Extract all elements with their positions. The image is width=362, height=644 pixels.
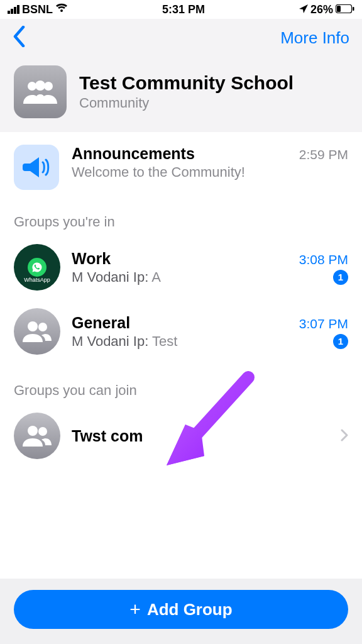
svg-rect-2 [353,7,354,11]
svg-rect-1 [337,6,341,12]
group-time: 3:08 PM [299,252,348,267]
unread-badge: 1 [333,334,348,349]
avatar-caption: WhatsApp [24,277,50,283]
battery-pct: 26% [310,3,333,16]
announcements-row[interactable]: Announcements 2:59 PM Welcome to the Com… [0,132,362,195]
group-row-twst[interactable]: Twst com [0,404,362,468]
status-right: 26% [299,3,354,16]
community-avatar [14,65,67,118]
signal-icon [8,5,19,14]
group-avatar-work: WhatsApp [14,244,60,291]
back-button[interactable] [13,26,25,50]
section-groups-in: Groups you're in [0,195,362,235]
announcements-message: Welcome to the Community! [72,164,348,180]
chevron-right-icon [341,429,348,445]
svg-point-6 [28,321,38,331]
svg-point-4 [35,80,45,91]
wifi-icon [55,3,68,16]
group-row-work[interactable]: WhatsApp Work 3:08 PM M Vodani Ip: A 1 [0,235,362,299]
announcements-title: Announcements [72,145,195,163]
group-time: 3:07 PM [299,316,348,331]
svg-point-8 [28,426,38,436]
group-row-general[interactable]: General 3:07 PM M Vodani Ip: Test 1 [0,299,362,364]
svg-point-9 [38,427,47,436]
megaphone-icon [14,145,59,190]
group-message: M Vodani Ip: Test [72,333,177,350]
more-info-button[interactable]: More Info [280,28,349,48]
community-header[interactable]: Test Community School Community [0,57,362,132]
svg-point-5 [44,82,53,91]
add-group-label: Add Group [147,600,233,619]
status-time: 5:31 PM [162,3,205,16]
carrier-label: BSNL [22,3,53,16]
location-icon [299,3,308,16]
group-avatar-twst [14,413,60,459]
bottom-bar: + Add Group [0,579,362,644]
status-left: BSNL [8,3,68,16]
svg-point-3 [28,82,36,91]
status-bar: BSNL 5:31 PM 26% [0,0,362,19]
group-name: General [72,314,130,332]
add-group-button[interactable]: + Add Group [14,590,348,629]
battery-icon [336,3,354,16]
group-avatar-general [14,308,60,355]
group-name: Work [72,250,111,268]
announcements-time: 2:59 PM [299,147,348,162]
group-message: M Vodani Ip: A [72,269,161,286]
community-subtitle: Community [79,95,293,111]
unread-badge: 1 [333,270,348,285]
svg-point-7 [38,323,47,331]
section-groups-join: Groups you can join [0,364,362,404]
nav-bar: More Info [0,19,362,57]
group-name: Twst com [72,427,143,445]
community-title: Test Community School [79,72,293,94]
